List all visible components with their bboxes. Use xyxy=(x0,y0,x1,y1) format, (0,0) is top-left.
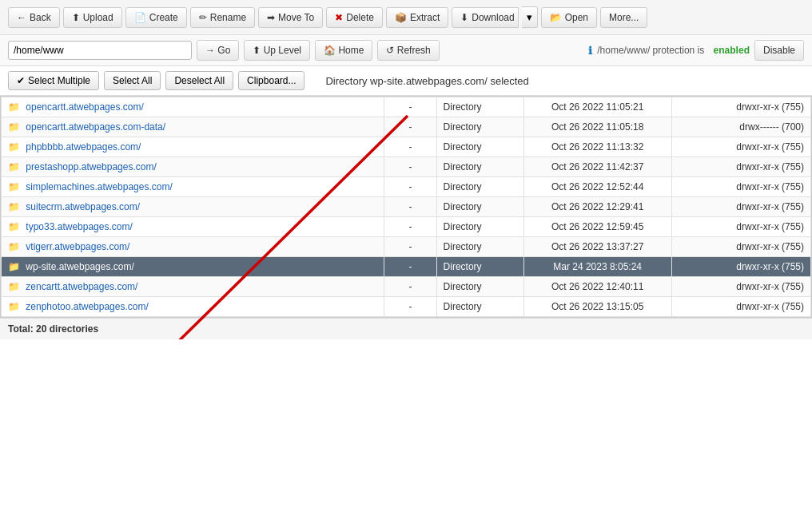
file-link[interactable]: wp-site.atwebpages.com/ xyxy=(26,261,133,272)
table-row[interactable]: 📁 suitecrm.atwebpages.com/ - Directory O… xyxy=(2,197,811,217)
disable-button[interactable]: Disable xyxy=(754,40,804,61)
back-button[interactable]: ← Back xyxy=(8,7,60,28)
table-row[interactable]: 📁 opencartt.atwebpages.com/ - Directory … xyxy=(2,97,811,117)
extract-icon: 📦 xyxy=(395,12,407,23)
file-type-cell: Directory xyxy=(436,297,523,317)
table-row[interactable]: 📁 phpbbbb.atwebpages.com/ - Directory Oc… xyxy=(2,137,811,157)
file-perms-cell: drwxr-xr-x (755) xyxy=(671,137,810,157)
create-icon: 📄 xyxy=(134,12,146,23)
table-row[interactable]: 📁 wp-site.atwebpages.com/ - Directory Ma… xyxy=(2,257,811,277)
file-area: 📁 opencartt.atwebpages.com/ - Directory … xyxy=(0,96,812,339)
folder-icon: 📁 xyxy=(8,101,20,113)
go-button[interactable]: → Go xyxy=(197,40,239,61)
file-type-cell: Directory xyxy=(436,217,523,237)
more-button[interactable]: More... xyxy=(600,7,647,28)
table-row[interactable]: 📁 prestashopp.atwebpages.com/ - Director… xyxy=(2,157,811,177)
file-link[interactable]: vtigerr.atwebpages.com/ xyxy=(26,241,129,252)
file-date-cell: Oct 26 2022 13:15:05 xyxy=(523,297,671,317)
file-table-wrapper[interactable]: 📁 opencartt.atwebpages.com/ - Directory … xyxy=(0,96,812,318)
back-icon: ← xyxy=(17,12,26,23)
protection-text: /home/www/ protection is enabled xyxy=(597,45,750,56)
file-type-cell: Directory xyxy=(436,177,523,197)
file-type-cell: Directory xyxy=(436,237,523,257)
file-name-cell: 📁 typo33.atwebpages.com/ xyxy=(2,217,384,237)
open-icon: 📂 xyxy=(550,12,562,23)
select-all-button[interactable]: Select All xyxy=(104,71,161,90)
file-size-cell: - xyxy=(384,97,436,117)
file-perms-cell: drwxr-xr-x (755) xyxy=(671,297,810,317)
moveto-button[interactable]: ➡ Move To xyxy=(258,7,323,28)
file-link[interactable]: opencartt.atwebpages.com-data/ xyxy=(26,121,165,133)
rename-button[interactable]: ✏ Rename xyxy=(190,7,255,28)
home-button[interactable]: 🏠 Home xyxy=(315,40,372,61)
download-button[interactable]: ⬇ Download xyxy=(452,7,518,28)
file-link[interactable]: zencartt.atwebpages.com/ xyxy=(26,281,137,292)
protection-area: ℹ /home/www/ protection is enabled Disab… xyxy=(588,40,804,61)
delete-button[interactable]: ✖ Delete xyxy=(326,7,383,28)
file-link[interactable]: opencartt.atwebpages.com/ xyxy=(26,101,143,113)
table-row[interactable]: 📁 opencartt.atwebpages.com-data/ - Direc… xyxy=(2,117,811,137)
file-perms-cell: drwxr-xr-x (755) xyxy=(671,257,810,277)
file-name-cell: 📁 opencartt.atwebpages.com/ xyxy=(2,97,384,117)
file-date-cell: Oct 26 2022 12:29:41 xyxy=(523,197,671,217)
file-perms-cell: drwxr-xr-x (755) xyxy=(671,177,810,197)
file-date-cell: Oct 26 2022 11:13:32 xyxy=(523,137,671,157)
file-name-cell: 📁 opencartt.atwebpages.com-data/ xyxy=(2,117,384,137)
info-icon: ℹ xyxy=(588,45,592,57)
total-bar: Total: 20 directories xyxy=(0,318,812,339)
file-type-cell: Directory xyxy=(436,197,523,217)
folder-icon: 📁 xyxy=(8,141,20,153)
folder-icon: 📁 xyxy=(8,281,20,292)
folder-icon: 📁 xyxy=(8,201,20,212)
file-link[interactable]: typo33.atwebpages.com/ xyxy=(26,221,132,232)
file-type-cell: Directory xyxy=(436,257,523,277)
file-link[interactable]: simplemachines.atwebpages.com/ xyxy=(26,181,172,192)
deselect-all-button[interactable]: Deselect All xyxy=(165,71,233,90)
folder-icon: 📁 xyxy=(8,181,20,192)
table-row[interactable]: 📁 zencartt.atwebpages.com/ - Directory O… xyxy=(2,277,811,297)
create-button[interactable]: 📄 Create xyxy=(125,7,187,28)
refresh-button[interactable]: ↺ Refresh xyxy=(377,40,439,61)
file-date-cell: Oct 26 2022 12:40:11 xyxy=(523,277,671,297)
file-perms-cell: drwxr-xr-x (755) xyxy=(671,97,810,117)
open-button[interactable]: 📂 Open xyxy=(541,7,597,28)
uplevel-button[interactable]: ⬆ Up Level xyxy=(244,40,310,61)
extract-button[interactable]: 📦 Extract xyxy=(386,7,448,28)
file-type-cell: Directory xyxy=(436,97,523,117)
file-date-cell: Oct 26 2022 12:52:44 xyxy=(523,177,671,197)
file-perms-cell: drwxr-xr-x (755) xyxy=(671,217,810,237)
download-icon: ⬇ xyxy=(460,12,468,23)
upload-button[interactable]: ⬆ Upload xyxy=(63,7,122,28)
table-row[interactable]: 📁 vtigerr.atwebpages.com/ - Directory Oc… xyxy=(2,237,811,257)
table-row[interactable]: 📁 typo33.atwebpages.com/ - Directory Oct… xyxy=(2,217,811,237)
file-size-cell: - xyxy=(384,237,436,257)
file-table: 📁 opencartt.atwebpages.com/ - Directory … xyxy=(1,97,811,317)
table-row[interactable]: 📁 simplemachines.atwebpages.com/ - Direc… xyxy=(2,177,811,197)
file-name-cell: 📁 zenphotoo.atwebpages.com/ xyxy=(2,297,384,317)
file-name-cell: 📁 suitecrm.atwebpages.com/ xyxy=(2,197,384,217)
file-name-cell: 📁 simplemachines.atwebpages.com/ xyxy=(2,177,384,197)
file-perms-cell: drwxr-xr-x (755) xyxy=(671,237,810,257)
file-link[interactable]: zenphotoo.atwebpages.com/ xyxy=(26,301,148,312)
file-name-cell: 📁 vtigerr.atwebpages.com/ xyxy=(2,237,384,257)
moveto-icon: ➡ xyxy=(267,12,275,23)
selectionbar: ✔ Select Multiple Select All Deselect Al… xyxy=(0,66,812,96)
upload-icon: ⬆ xyxy=(72,12,80,23)
file-link[interactable]: phpbbbb.atwebpages.com/ xyxy=(26,141,141,153)
file-size-cell: - xyxy=(384,117,436,137)
folder-icon: 📁 xyxy=(8,121,20,133)
download-dropdown[interactable]: ▾ xyxy=(522,6,538,28)
file-size-cell: - xyxy=(384,157,436,177)
file-link[interactable]: prestashopp.atwebpages.com/ xyxy=(26,161,156,172)
addressbar: → Go ⬆ Up Level 🏠 Home ↺ Refresh ℹ /home… xyxy=(0,35,812,66)
path-input[interactable] xyxy=(8,41,192,60)
file-size-cell: - xyxy=(384,297,436,317)
table-row[interactable]: 📁 zenphotoo.atwebpages.com/ - Directory … xyxy=(2,297,811,317)
folder-icon: 📁 xyxy=(8,221,20,232)
file-size-cell: - xyxy=(384,197,436,217)
clipboard-button[interactable]: Clipboard... xyxy=(238,71,304,90)
check-icon: ✔ xyxy=(17,75,25,86)
file-link[interactable]: suitecrm.atwebpages.com/ xyxy=(26,201,140,212)
file-date-cell: Oct 26 2022 11:05:21 xyxy=(523,97,671,117)
select-multiple-button[interactable]: ✔ Select Multiple xyxy=(8,71,99,90)
